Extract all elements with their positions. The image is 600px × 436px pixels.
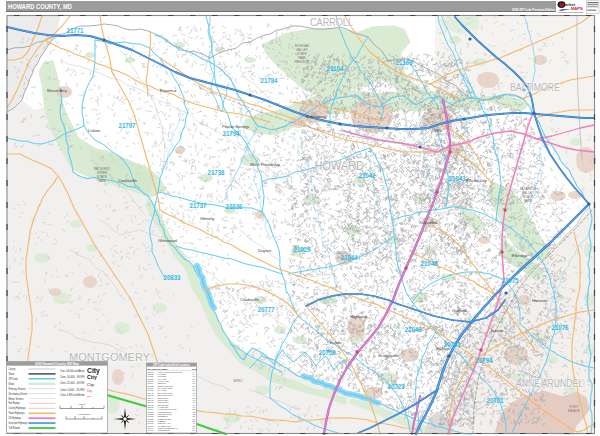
svg-text:21043: 21043: [449, 174, 466, 183]
svg-text:Dayton: Dayton: [258, 248, 272, 253]
svg-text:Lisbon: Lisbon: [88, 128, 101, 133]
svg-text:21076: 21076: [552, 323, 569, 332]
svg-text:RESOLTR: RESOLTR: [295, 60, 311, 64]
svg-text:21045: 21045: [421, 259, 438, 268]
svg-text:HOWARD COUNTY, MD: HOWARD COUNTY, MD: [8, 3, 72, 11]
svg-text:21163: 21163: [396, 58, 413, 67]
svg-text:WSSC: WSSC: [233, 379, 243, 383]
svg-text:21771: 21771: [67, 26, 84, 35]
svg-text:21046: 21046: [405, 325, 422, 334]
svg-text:Savage: Savage: [436, 346, 451, 351]
svg-text:20701: 20701: [487, 396, 504, 405]
svg-text:Clarksville: Clarksville: [240, 297, 260, 302]
svg-text:Scaggsville: Scaggsville: [378, 353, 400, 358]
svg-text:Poplar Springs: Poplar Springs: [222, 124, 249, 129]
svg-text:21036: 21036: [226, 202, 243, 211]
svg-text:Jessup: Jessup: [490, 328, 504, 333]
svg-text:ANNE ARUNDEL: ANNE ARUNDEL: [516, 377, 583, 389]
svg-text:MONTGOMERY: MONTGOMERY: [69, 351, 150, 363]
svg-text:MAPS: MAPS: [571, 6, 583, 11]
svg-text:MEADE: MEADE: [568, 409, 581, 413]
svg-text:PARK: PARK: [98, 179, 107, 183]
svg-text:21075: 21075: [502, 276, 519, 285]
svg-text:Guilford: Guilford: [452, 308, 467, 313]
svg-text:20777: 20777: [258, 305, 275, 314]
svg-text:Highland: Highland: [350, 314, 367, 319]
svg-text:Oella: Oella: [432, 128, 442, 133]
svg-text:21029: 21029: [294, 245, 311, 254]
svg-text:HOWARD: HOWARD: [315, 159, 365, 173]
svg-text:Ellicott City: Ellicott City: [466, 178, 488, 183]
svg-text:Glenelg: Glenelg: [200, 216, 215, 221]
svg-text:20833: 20833: [164, 273, 181, 282]
svg-text:21784: 21784: [261, 76, 278, 85]
svg-text:21104: 21104: [327, 64, 344, 73]
svg-text:Cooksville: Cooksville: [118, 178, 138, 183]
svg-text:M: M: [559, 2, 564, 8]
svg-text:Columbia: Columbia: [420, 220, 438, 225]
svg-text:20723: 20723: [388, 382, 405, 391]
svg-text:Florence: Florence: [160, 88, 177, 93]
svg-text:Elkridge: Elkridge: [512, 253, 528, 258]
svg-text:Mount Airy: Mount Airy: [47, 88, 68, 93]
svg-text:21738: 21738: [208, 168, 225, 177]
svg-text:21794: 21794: [223, 129, 240, 138]
svg-text:2020 ZIP Code Premium Edition: 2020 ZIP Code Premium Edition: [512, 7, 555, 12]
svg-text:CARROLL: CARROLL: [310, 16, 353, 28]
svg-text:BALTIMORE: BALTIMORE: [510, 81, 560, 93]
svg-text:20794: 20794: [476, 356, 493, 365]
svg-text:Hanover: Hanover: [532, 298, 548, 303]
svg-text:21737: 21737: [190, 201, 207, 210]
svg-text:21044: 21044: [341, 253, 358, 262]
svg-text:Glenwood: Glenwood: [158, 238, 178, 243]
svg-text:West Friendship: West Friendship: [250, 162, 281, 167]
svg-text:Eldersburg: Eldersburg: [306, 114, 327, 119]
svg-text:Fulton: Fulton: [330, 340, 342, 345]
svg-text:PARK: PARK: [524, 199, 533, 203]
svg-text:21797: 21797: [119, 121, 136, 130]
svg-text:20759: 20759: [319, 348, 336, 357]
